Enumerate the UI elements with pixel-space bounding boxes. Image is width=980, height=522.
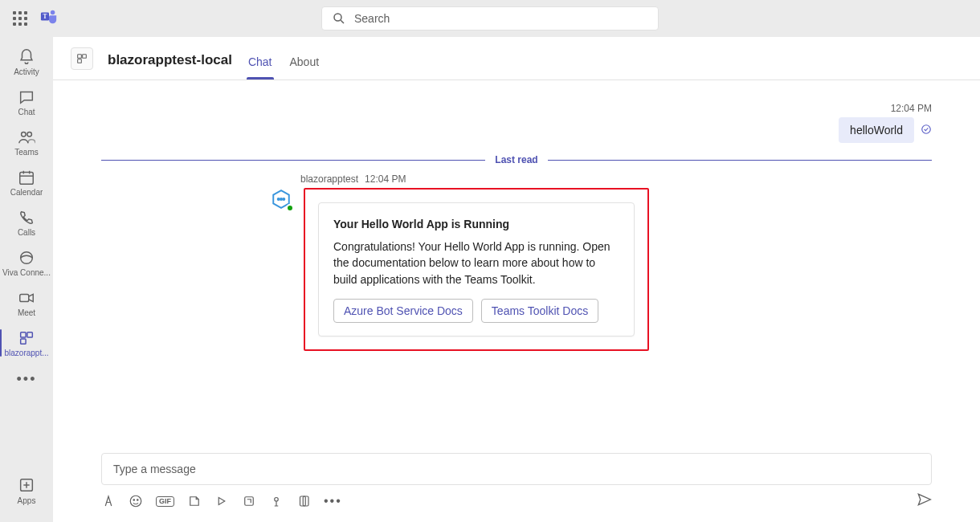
svg-rect-19	[83, 55, 87, 59]
adaptive-card: Your Hello World App is Running Congratu…	[318, 202, 635, 336]
read-receipt-icon	[921, 124, 932, 137]
format-icon[interactable]	[101, 494, 116, 508]
svg-rect-18	[78, 55, 82, 59]
svg-point-1	[51, 10, 55, 15]
app-title: blazorapptest-local	[108, 52, 232, 68]
svg-point-28	[137, 500, 139, 501]
azure-docs-button[interactable]: Azure Bot Service Docs	[333, 299, 473, 323]
more-tools-icon[interactable]: •••	[324, 494, 342, 508]
svg-point-3	[334, 14, 341, 21]
apprail-viva[interactable]: Viva Conne...	[0, 243, 53, 283]
svg-point-25	[283, 198, 284, 200]
bot-avatar[interactable]	[270, 188, 292, 210]
msg-bubble[interactable]: helloWorld	[839, 117, 914, 143]
search-input[interactable]: Search	[321, 6, 659, 31]
composer: Type a message GIF •••	[53, 448, 980, 522]
apprail-calendar[interactable]: Calendar	[0, 162, 53, 202]
more-icon: •••	[17, 371, 37, 388]
svg-point-21	[922, 124, 931, 133]
svg-rect-20	[78, 59, 82, 63]
svg-rect-12	[21, 332, 26, 336]
title-bar: T Search	[0, 0, 980, 37]
loop-icon[interactable]	[242, 494, 256, 508]
chat-header: blazorapptest-local Chat About	[53, 37, 980, 80]
search-icon	[332, 11, 346, 26]
svg-point-5	[22, 132, 26, 137]
app-tile-icon	[18, 329, 35, 347]
card-body: Congratulations! Your Hello World App is…	[333, 239, 619, 288]
outgoing-message: 12:04 PM helloWorld	[839, 103, 932, 143]
apps-icon	[18, 476, 35, 494]
msg-time: 12:04 PM	[891, 103, 932, 114]
svg-point-23	[278, 198, 280, 200]
apprail-activity[interactable]: Activity	[0, 42, 53, 82]
stream-icon[interactable]	[214, 494, 229, 508]
svg-rect-14	[21, 338, 26, 343]
search-placeholder: Search	[354, 12, 390, 25]
viva-icon	[18, 249, 35, 267]
svg-point-6	[27, 132, 31, 137]
phone-icon	[18, 209, 35, 226]
tab-chat[interactable]: Chat	[247, 55, 274, 80]
app-launcher-icon[interactable]	[13, 11, 27, 26]
svg-line-4	[341, 20, 344, 23]
apprail-chat[interactable]: Chat	[0, 82, 53, 122]
presence-available-icon	[286, 204, 294, 212]
chat-icon	[18, 88, 35, 106]
svg-rect-29	[245, 497, 254, 506]
calendar-icon	[18, 169, 35, 186]
highlight-annotation: Your Hello World App is Running Congratu…	[304, 188, 649, 351]
people-icon	[18, 128, 35, 146]
compose-placeholder: Type a message	[113, 463, 196, 475]
emoji-icon[interactable]	[129, 494, 143, 508]
apprail-teams[interactable]: Teams	[0, 122, 53, 162]
send-button[interactable]	[916, 491, 932, 511]
bot-message-row: Your Hello World App is Running Congratu…	[270, 188, 932, 351]
apprail-meet[interactable]: Meet	[0, 283, 53, 323]
card-actions: Azure Bot Service Docs Teams Toolkit Doc…	[333, 299, 619, 323]
bot-message-meta: blazorapptest 12:04 PM	[300, 173, 932, 185]
apprail-apps[interactable]: Apps	[0, 471, 53, 511]
compose-input[interactable]: Type a message	[101, 453, 932, 485]
video-icon	[18, 289, 35, 307]
tab-about[interactable]: About	[288, 55, 321, 80]
sticker-icon[interactable]	[187, 494, 202, 508]
content-pane: blazorapptest-local Chat About 12:04 PM …	[53, 37, 980, 522]
svg-text:T: T	[43, 13, 47, 20]
svg-point-27	[133, 500, 135, 501]
app-tile-icon	[76, 52, 88, 65]
attach-icon[interactable]	[296, 494, 311, 508]
apprail-more[interactable]: •••	[0, 363, 53, 395]
gif-icon[interactable]: GIF	[156, 496, 174, 507]
praise-icon[interactable]	[269, 494, 284, 508]
card-title: Your Hello World App is Running	[333, 218, 619, 230]
svg-point-30	[275, 498, 279, 502]
svg-rect-7	[20, 172, 34, 184]
chat-scroll[interactable]: 12:04 PM helloWorld Last read blazorappt…	[53, 80, 980, 448]
compose-toolbar: GIF •••	[101, 491, 932, 511]
app-rail: Activity Chat Teams Calendar Calls Viva …	[0, 37, 53, 522]
teams-logo-icon: T	[40, 8, 58, 29]
apprail-calls[interactable]: Calls	[0, 202, 53, 243]
svg-point-24	[280, 198, 282, 200]
app-icon	[71, 47, 93, 70]
svg-rect-13	[27, 332, 32, 336]
svg-rect-11	[20, 294, 29, 301]
bell-icon	[18, 48, 35, 66]
toolkit-docs-button[interactable]: Teams Toolkit Docs	[481, 299, 598, 323]
svg-point-26	[130, 495, 141, 507]
apprail-blazorapp[interactable]: blazorappt...	[0, 323, 53, 363]
last-read-divider: Last read	[101, 154, 932, 165]
